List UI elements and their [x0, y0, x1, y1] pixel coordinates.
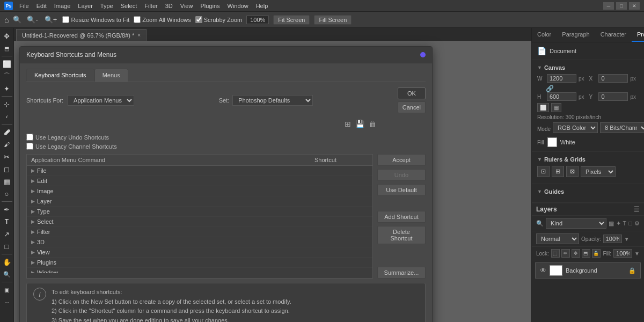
- layers-menu-icon[interactable]: ☰: [634, 206, 640, 213]
- save-set-icon[interactable]: 💾: [354, 119, 365, 129]
- list-item-image[interactable]: ▶ Image: [27, 186, 372, 196]
- menu-3d[interactable]: 3D: [162, 2, 176, 10]
- wand-tool[interactable]: ✦: [1, 83, 13, 94]
- tab-close-button[interactable]: ×: [137, 32, 141, 38]
- tab-color[interactable]: Color: [532, 28, 557, 42]
- eyedropper-tool[interactable]: 𝒾: [1, 111, 13, 122]
- menu-file[interactable]: File: [16, 2, 32, 10]
- dodge-tool[interactable]: ○: [1, 188, 13, 200]
- pen-tool[interactable]: ✒: [1, 203, 13, 215]
- rulers-section-title[interactable]: ▼ Rulers & Grids: [537, 156, 639, 163]
- legacy-undo-checkbox[interactable]: [26, 134, 33, 141]
- canvas-section-title[interactable]: ▼ Canvas: [537, 64, 639, 71]
- hand-tool[interactable]: ✋: [1, 256, 13, 268]
- ok-button[interactable]: OK: [398, 87, 426, 99]
- zoom-tool[interactable]: 🔍: [1, 268, 13, 280]
- use-default-button[interactable]: Use Default: [377, 184, 426, 196]
- background-layer-row[interactable]: 👁 Background 🔒: [535, 262, 641, 279]
- menu-filter[interactable]: Filter: [141, 2, 160, 10]
- accept-button[interactable]: Accept: [377, 154, 426, 166]
- menu-plugins[interactable]: Plugins: [197, 2, 223, 10]
- menu-help[interactable]: Help: [253, 2, 272, 10]
- fit-screen-button[interactable]: Fit Screen: [273, 15, 310, 25]
- lock-all-btn[interactable]: 🔒: [592, 249, 601, 258]
- layer-filter-pixel[interactable]: ▩: [609, 220, 614, 227]
- fill-screen-button[interactable]: Fill Screen: [314, 15, 352, 25]
- window-controls[interactable]: ─ □ ✕: [603, 2, 640, 10]
- list-item-layer[interactable]: ▶ Layer: [27, 196, 372, 207]
- undo-button[interactable]: Undo: [377, 169, 426, 181]
- tab-keyboard-shortcuts[interactable]: Keyboard Shortcuts: [26, 69, 94, 82]
- zoom-all-input[interactable]: [134, 16, 141, 23]
- canvas-width-input[interactable]: [547, 74, 576, 83]
- path-tool[interactable]: ↗: [1, 228, 13, 240]
- new-set-icon[interactable]: ⊞: [343, 119, 352, 129]
- legacy-channel-checkbox[interactable]: [26, 143, 33, 150]
- crop-tool[interactable]: ⊹: [1, 98, 13, 110]
- zoom-in-btn[interactable]: 🔍+: [43, 16, 58, 24]
- menu-view[interactable]: View: [177, 2, 196, 10]
- canvas-height-input[interactable]: [547, 92, 576, 101]
- maximize-button[interactable]: □: [616, 2, 627, 10]
- list-item-edit[interactable]: ▶ Edit: [27, 176, 372, 186]
- fill-color-swatch[interactable]: [547, 137, 557, 147]
- zoom-out-btn[interactable]: 🔍-: [26, 16, 39, 24]
- menu-layer[interactable]: Layer: [75, 2, 96, 10]
- resize-windows-checkbox[interactable]: Resize Windows to Fit: [62, 16, 129, 23]
- mode-select[interactable]: RGB Color: [553, 122, 598, 133]
- menu-select[interactable]: Select: [118, 2, 141, 10]
- layer-filter-smart[interactable]: ⚙: [634, 220, 640, 227]
- extra-tool[interactable]: ⋯: [1, 296, 13, 308]
- canvas-icon-2[interactable]: ▦: [551, 103, 561, 112]
- type-tool[interactable]: T: [1, 216, 13, 228]
- layer-filter-type[interactable]: T: [623, 220, 627, 227]
- canvas-icon-1[interactable]: ⬜: [537, 103, 549, 112]
- scrubby-zoom-input[interactable]: [195, 16, 202, 23]
- search-icon[interactable]: 🔍: [13, 16, 21, 24]
- clone-tool[interactable]: ✂: [1, 151, 13, 163]
- tab-menus[interactable]: Menus: [94, 69, 128, 82]
- list-item-3d[interactable]: ▶ 3D: [27, 237, 372, 247]
- tab-character[interactable]: Character: [595, 28, 632, 42]
- zoom-percent-input[interactable]: [246, 16, 269, 24]
- menu-image[interactable]: Image: [51, 2, 74, 10]
- menu-type[interactable]: Type: [97, 2, 116, 10]
- close-button[interactable]: ✕: [629, 2, 640, 10]
- layer-filter-adjust[interactable]: ✦: [616, 220, 621, 227]
- list-item-plugins[interactable]: ▶ Plugins: [27, 258, 372, 268]
- cancel-button[interactable]: Cancel: [398, 101, 426, 113]
- document-tab[interactable]: Untitled-1-Recovered @ 66.7% (RGB/8#) * …: [16, 29, 147, 41]
- blend-mode-select[interactable]: Normal: [536, 233, 579, 244]
- rulers-unit-select[interactable]: Pixels: [581, 166, 616, 177]
- menu-edit[interactable]: Edit: [33, 2, 50, 10]
- marquee-tool[interactable]: ⬜: [1, 58, 13, 70]
- lock-transparent-btn[interactable]: ⬚: [551, 249, 560, 258]
- resize-windows-input[interactable]: [62, 16, 69, 23]
- list-item-view[interactable]: ▶ View: [27, 247, 372, 258]
- layer-visibility-icon[interactable]: 👁: [540, 267, 546, 274]
- list-item-file[interactable]: ▶ File: [27, 166, 372, 176]
- add-shortcut-button[interactable]: Add Shortcut: [377, 211, 426, 223]
- set-select[interactable]: Photoshop Defaults: [232, 95, 313, 106]
- scrubby-zoom-checkbox[interactable]: Scrubby Zoom: [195, 16, 243, 23]
- shortcuts-for-select[interactable]: Application Menus: [68, 95, 134, 106]
- canvas-y-input[interactable]: [598, 92, 628, 101]
- tab-paragraph[interactable]: Paragraph: [557, 28, 595, 42]
- artboard-tool[interactable]: ⬒: [1, 42, 13, 54]
- menu-bar[interactable]: File Edit Image Layer Type Select Filter…: [16, 2, 271, 10]
- delete-set-icon[interactable]: 🗑: [368, 119, 377, 129]
- zoom-all-checkbox[interactable]: Zoom All Windows: [134, 16, 191, 23]
- summarize-button[interactable]: Summarize...: [377, 267, 426, 279]
- brush-tool[interactable]: 🖌: [1, 138, 13, 150]
- fg-bg-colors[interactable]: ▣: [1, 284, 13, 296]
- lock-pixels-btn[interactable]: ✏: [561, 249, 570, 258]
- list-item-select[interactable]: ▶ Select: [27, 217, 372, 227]
- list-item-filter[interactable]: ▶ Filter: [27, 227, 372, 237]
- shape-tool[interactable]: □: [1, 240, 13, 252]
- list-item-window[interactable]: ▶ Window: [27, 268, 372, 273]
- healing-tool[interactable]: 🩹: [1, 126, 13, 138]
- fill-opacity-input[interactable]: [613, 249, 632, 258]
- minimize-button[interactable]: ─: [603, 2, 614, 10]
- lock-position-btn[interactable]: ✥: [572, 249, 580, 258]
- list-body[interactable]: ▶ File ▶ Edit ▶: [27, 166, 372, 273]
